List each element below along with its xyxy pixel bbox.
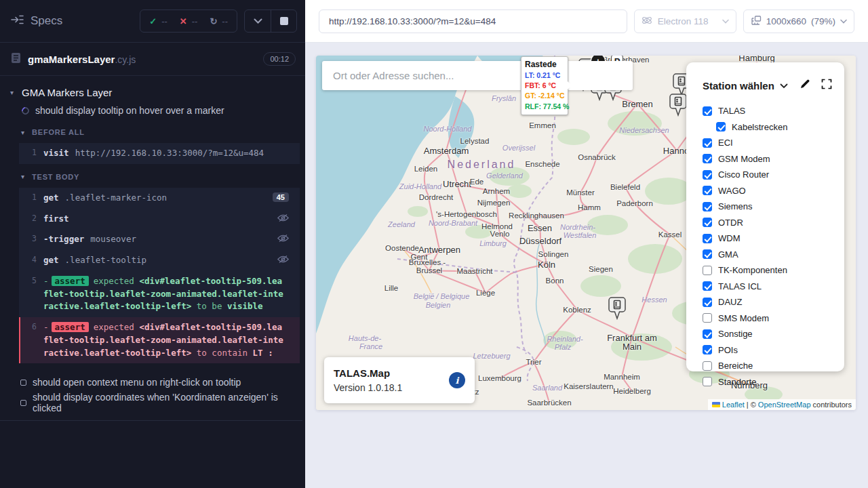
layer-checkbox-row[interactable]: TALAS	[703, 106, 844, 116]
layer-checkbox-row[interactable]: Kabelstrecken	[716, 122, 844, 132]
chevron-down-icon	[722, 19, 729, 24]
cypress-reporter: Specs ✓-- ✕-- ↻-- gmaMarkersLayer.cy.js …	[0, 0, 305, 488]
map-marker[interactable]	[608, 297, 626, 320]
pending-test-row[interactable]: should open context menu on right-click …	[0, 374, 302, 390]
tooltip-title: Rastede	[525, 60, 564, 69]
command-row[interactable]: 1 -visithttp://192.168.10.33:3000/?m=12&…	[19, 143, 300, 164]
checkbox[interactable]	[703, 266, 712, 275]
station-select-label[interactable]: Station wählen	[703, 80, 774, 92]
chevron-down-icon: ▾	[21, 129, 28, 136]
layer-checkbox-row[interactable]: Cisco Router	[703, 169, 844, 180]
layer-checkbox-row[interactable]: WAGO	[703, 186, 844, 196]
checkbox[interactable]	[703, 154, 712, 163]
stop-icon	[280, 17, 288, 25]
checkbox[interactable]	[703, 249, 712, 259]
marker-tooltip: Rastede LT: 0.21 °C FBT: 6 °C GT: -2.14 …	[521, 56, 568, 115]
chevron-down-icon: ▾	[10, 89, 17, 96]
before-all-commands: 1 -visithttp://192.168.10.33:3000/?m=12&…	[19, 143, 300, 164]
layer-checkbox-row[interactable]: GMA	[703, 249, 844, 260]
specs-title: Specs	[31, 14, 62, 28]
reporter-header: Specs ✓-- ✕-- ↻--	[0, 0, 305, 43]
checkbox[interactable]	[703, 202, 712, 211]
layer-checkbox-row[interactable]: TK-Komponenten	[703, 265, 844, 275]
tooltip-value-row: GT: -2.14 °C	[525, 91, 564, 101]
ruler-icon	[751, 15, 762, 28]
fullscreen-expand-icon[interactable]	[821, 79, 832, 92]
layer-checkbox-row[interactable]: DAUZ	[703, 297, 844, 307]
checkbox[interactable]	[703, 377, 712, 386]
layer-checkbox-row[interactable]: Bereiche	[703, 361, 844, 371]
layer-checkbox-row[interactable]: Sonstige	[703, 329, 844, 339]
leaflet-link[interactable]: Leaflet	[722, 401, 745, 409]
command-row[interactable]: 1 -get.leaflet-marker-icon 45	[19, 188, 300, 209]
layer-checkbox-row[interactable]: SMS Modem	[703, 313, 844, 323]
test-tree: ▾ GMA Markers Layer should display toolt…	[0, 76, 305, 488]
electron-icon	[642, 15, 652, 28]
url-input[interactable]	[319, 9, 627, 33]
checkbox[interactable]	[703, 329, 712, 339]
search-input[interactable]	[322, 70, 633, 81]
command-row[interactable]: 4 -get.leaflet-tooltip	[19, 250, 300, 271]
info-button[interactable]: i	[449, 372, 465, 388]
hidden-eye-icon	[277, 214, 289, 222]
viewport-select[interactable]: 1000x660 (79%)	[743, 9, 854, 33]
command-row[interactable]: 3 --triggermouseover	[19, 229, 300, 250]
layer-checkbox-row[interactable]: OTDR	[703, 218, 844, 228]
command-row[interactable]: 5 -assertexpected <div#leaflet-tooltip-5…	[19, 271, 300, 317]
command-row[interactable]: 6 -assertexpected <div#leaflet-tooltip-5…	[19, 317, 300, 363]
layer-checkbox-row[interactable]: WDM	[703, 233, 844, 243]
section-before-all[interactable]: ▾ BEFORE ALL	[0, 123, 302, 141]
section-test-body[interactable]: ▾ TEST BODY	[0, 168, 302, 186]
pending-tests: should open context menu on right-click …	[0, 374, 302, 411]
stat-passed: ✓--	[143, 16, 174, 26]
suite-header[interactable]: ▾ GMA Markers Layer	[0, 84, 302, 100]
x-icon: ✕	[180, 16, 187, 26]
check-icon: ✓	[149, 16, 157, 26]
spec-row[interactable]: gmaMarkersLayer.cy.js 00:12	[0, 43, 305, 76]
layer-checkbox-row[interactable]: GSM Modem	[703, 154, 844, 164]
refresh-icon: ↻	[210, 16, 217, 26]
osm-link[interactable]: OpenStreetMap	[758, 401, 811, 409]
layer-checkbox-row[interactable]: POIs	[703, 345, 844, 355]
checkbox[interactable]	[703, 218, 712, 227]
stat-running: ↻--	[203, 16, 234, 26]
chevron-down-icon: ▾	[21, 173, 28, 180]
spec-duration-badge: 00:12	[263, 52, 296, 66]
checkbox[interactable]	[703, 106, 712, 116]
checkbox[interactable]	[703, 138, 712, 148]
chevron-down-icon[interactable]	[780, 79, 788, 92]
command-row[interactable]: 2 -first	[19, 209, 300, 230]
map-marker[interactable]	[669, 94, 687, 117]
specs-list-icon[interactable]	[11, 15, 24, 27]
checkbox[interactable]	[703, 170, 712, 180]
layer-checkbox-row[interactable]: ECI	[703, 138, 844, 148]
leaflet-map[interactable]: Fryslân Noord-Holland Lelystad Amsterdam…	[316, 56, 856, 410]
checkbox[interactable]	[703, 186, 712, 195]
checkbox[interactable]	[703, 345, 712, 354]
pending-test-row[interactable]: should display coordinates when 'Koordin…	[0, 394, 302, 411]
tooltip-value-row: RLF: 77.54 %	[525, 102, 564, 112]
edit-pencil-icon[interactable]	[800, 79, 810, 92]
checkbox[interactable]	[703, 298, 712, 307]
layer-checkbox-row[interactable]: TALAS ICL	[703, 281, 844, 291]
chevron-down-icon	[840, 19, 847, 24]
stop-run-button[interactable]	[271, 10, 296, 32]
run-stats: ✓-- ✕-- ↻--	[140, 9, 237, 33]
aut-pane: Electron 118 1000x660 (79%)	[305, 0, 868, 488]
active-test-row[interactable]: should display tooltip on hover over a m…	[0, 100, 302, 121]
tooltip-value-row: FBT: 6 °C	[525, 81, 564, 91]
stat-failed: ✕--	[174, 16, 204, 26]
test-body-commands: 1 -get.leaflet-marker-icon 45 2 -first	[19, 188, 300, 364]
layer-checkbox-row[interactable]: Standorte	[703, 377, 844, 387]
layer-checkbox-row[interactable]: Siemens	[703, 201, 844, 211]
checkbox[interactable]	[703, 313, 712, 323]
checkbox[interactable]	[703, 281, 712, 291]
checkbox[interactable]	[703, 361, 712, 371]
map-attribution: Leaflet | © OpenStreetMap contributors	[708, 399, 856, 410]
app-info-panel: TALAS.Map Version 1.0.18.1 i	[324, 357, 475, 403]
checkbox[interactable]	[703, 234, 712, 243]
pending-test-icon	[20, 400, 26, 406]
checkbox[interactable]	[716, 122, 726, 131]
collapse-all-button[interactable]	[245, 10, 271, 32]
browser-select[interactable]: Electron 118	[634, 9, 736, 33]
